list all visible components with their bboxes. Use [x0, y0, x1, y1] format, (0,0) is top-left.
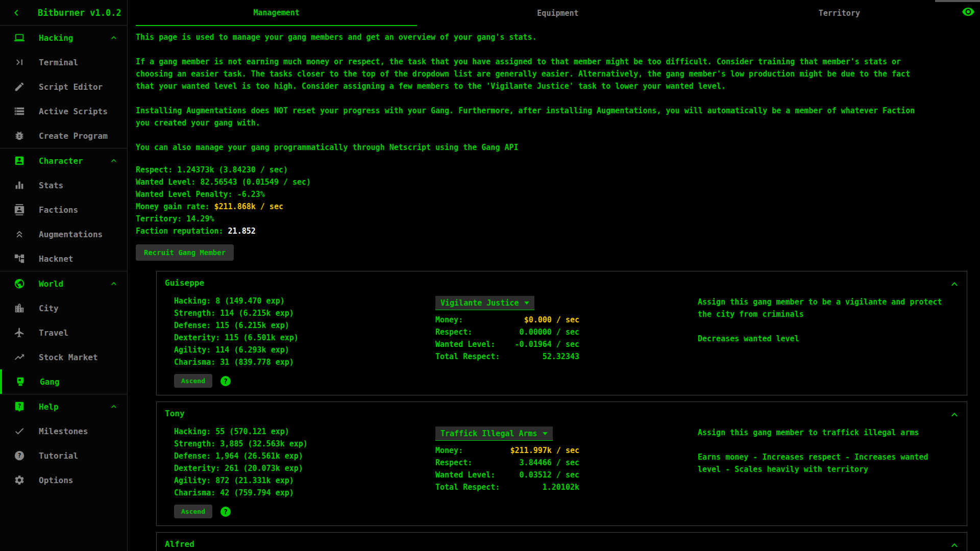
gang-respect: Respect:1.24373k (3.84230 / sec) [136, 164, 980, 176]
sidebar-item-label: Tutorial [39, 451, 78, 461]
member-stat-hacking: Hacking: 55 (570.121 exp) [174, 425, 435, 438]
chevron-up-icon[interactable] [948, 278, 961, 290]
sidebar: Bitburner v1.0.2 Hacking Terminal Script… [0, 0, 128, 551]
task-select-dropdown[interactable]: Vigilante Justice [435, 296, 534, 310]
chevron-up-icon[interactable] [948, 539, 961, 551]
sidebar-item-terminal[interactable]: Terminal [0, 50, 127, 74]
bar-chart-icon [13, 179, 26, 191]
member-name: Guiseppe [165, 278, 204, 288]
stat-label: Wanted Level: [136, 178, 195, 187]
sidebar-item-label: Gang [40, 377, 60, 387]
prod-label: Total Respect: [435, 481, 500, 493]
prod-value: -0.01964 / sec [515, 338, 579, 350]
member-stat-strength: Strength: 114 (6.215k exp) [174, 307, 435, 319]
sidebar-section-character[interactable]: Character [0, 148, 127, 173]
prod-label: Wanted Level: [435, 338, 495, 350]
sidebar-item-tutorial[interactable]: ? Tutorial [0, 443, 127, 468]
sidebar-item-augmentations[interactable]: Augmentations [0, 222, 127, 246]
tab-management[interactable]: Management [136, 0, 417, 26]
sidebar-section-label: Help [39, 402, 59, 412]
airplane-icon [13, 327, 26, 339]
sidebar-item-options[interactable]: Options [0, 468, 127, 492]
sidebar-item-active-scripts[interactable]: Active Scripts [0, 99, 127, 123]
task-description: Assign this gang member to traffick ille… [698, 425, 967, 520]
chevron-left-icon[interactable] [10, 6, 23, 19]
prod-total-respect: Total Respect:52.32343 [435, 350, 579, 363]
sidebar-item-create-program[interactable]: Create Program [0, 123, 127, 148]
prod-label: Total Respect: [435, 350, 500, 363]
eye-icon[interactable] [962, 5, 975, 18]
sidebar-item-label: Travel [39, 328, 68, 338]
chevron-up-icon[interactable] [109, 402, 119, 412]
member-name: Tony [165, 409, 185, 418]
gang-wanted-penalty: Wanted Level Penalty:-6.23% [136, 188, 980, 201]
chevron-up-icon[interactable] [948, 409, 961, 421]
overview-panel-edge [935, 0, 980, 2]
prod-value: 3.84466 / sec [520, 457, 579, 469]
intro-paragraph-4: You can also manage your gang programmat… [136, 141, 980, 154]
main-panel: Management Equipment Territory This page… [128, 0, 980, 551]
tab-label: Management [254, 8, 300, 17]
member-stat-agility: Agility: 114 (6.293k exp) [174, 344, 435, 356]
task-select-dropdown[interactable]: Traffick Illegal Arms [435, 427, 553, 441]
account-box-icon [13, 155, 26, 167]
chevron-up-icon[interactable] [109, 279, 119, 289]
sidebar-item-hacknet[interactable]: Hacknet [0, 246, 127, 271]
check-icon [13, 425, 26, 437]
member-name: Alfred [165, 539, 194, 549]
stat-value: 1.24373k (3.84230 / sec) [177, 165, 288, 174]
stat-label: Territory: [136, 214, 182, 223]
task-selected-label: Traffick Illegal Arms [440, 429, 537, 438]
trending-up-icon [13, 351, 26, 363]
prod-wanted: Wanted Level:-0.01964 / sec [435, 338, 579, 350]
member-stat-agility: Agility: 872 (21.331k exp) [174, 474, 435, 487]
gang-member-list: Guiseppe Hacking: 8 (149.470 exp) Streng… [156, 271, 967, 551]
sidebar-item-city[interactable]: City [0, 296, 127, 320]
ascend-button[interactable]: Ascend [174, 505, 212, 518]
stat-value: -6.23% [237, 190, 265, 199]
ascend-button[interactable]: Ascend [174, 374, 212, 388]
member-task-column: Traffick Illegal Arms Money:$211.997k / … [435, 425, 698, 520]
sidebar-item-factions[interactable]: Factions [0, 197, 127, 222]
sidebar-item-travel[interactable]: Travel [0, 320, 127, 345]
prod-label: Money: [435, 444, 463, 457]
chevron-up-icon[interactable] [109, 33, 119, 43]
sidebar-item-stats[interactable]: Stats [0, 173, 127, 197]
bug-icon [13, 130, 26, 142]
pencil-icon [13, 81, 26, 93]
city-icon [13, 302, 26, 314]
sidebar-section-help[interactable]: ? Help [0, 394, 127, 419]
sidebar-item-milestones[interactable]: Milestones [0, 419, 127, 443]
sidebar-item-gang[interactable]: Gang [0, 369, 127, 394]
question-circle-icon[interactable]: ? [220, 376, 231, 386]
prod-respect: Respect:3.84466 / sec [435, 457, 579, 469]
gang-territory: Territory:14.29% [136, 213, 980, 225]
stat-value: $211.868k / sec [214, 202, 283, 211]
tab-equipment[interactable]: Equipment [417, 0, 698, 26]
sidebar-section-label: World [39, 279, 63, 289]
stat-label: Money gain rate: [136, 202, 210, 211]
member-card-body: Hacking: 55 (570.121 exp) Strength: 3,88… [157, 421, 967, 525]
sidebar-section-hacking[interactable]: Hacking [0, 26, 127, 50]
tab-label: Territory [819, 9, 860, 18]
tab-territory[interactable]: Territory [699, 0, 980, 26]
prod-wanted: Wanted Level:0.03512 / sec [435, 469, 579, 481]
chevron-up-icon[interactable] [109, 156, 119, 166]
sidebar-header: Bitburner v1.0.2 [0, 0, 127, 25]
question-circle-icon[interactable]: ? [220, 507, 231, 517]
recruit-gang-member-button[interactable]: Recruit Gang Member [136, 244, 234, 261]
member-stat-dexterity: Dexterity: 115 (6.501k exp) [174, 332, 435, 344]
member-stats-column: Hacking: 55 (570.121 exp) Strength: 3,88… [157, 425, 435, 520]
sidebar-item-label: Active Scripts [39, 107, 108, 116]
sidebar-item-label: Milestones [39, 427, 88, 436]
sidebar-item-stock-market[interactable]: Stock Market [0, 345, 127, 369]
svg-text:?: ? [17, 403, 21, 410]
member-card-header: Guiseppe [157, 271, 967, 290]
boxing-glove-icon [14, 375, 27, 388]
sidebar-section-world[interactable]: World [0, 271, 127, 296]
prod-money: Money:$0.000 / sec [435, 314, 579, 326]
sidebar-item-label: Script Editor [39, 82, 103, 92]
sidebar-item-script-editor[interactable]: Script Editor [0, 74, 127, 99]
gang-stats-block: Respect:1.24373k (3.84230 / sec) Wanted … [136, 164, 980, 237]
prod-value: $211.997k / sec [510, 444, 579, 457]
